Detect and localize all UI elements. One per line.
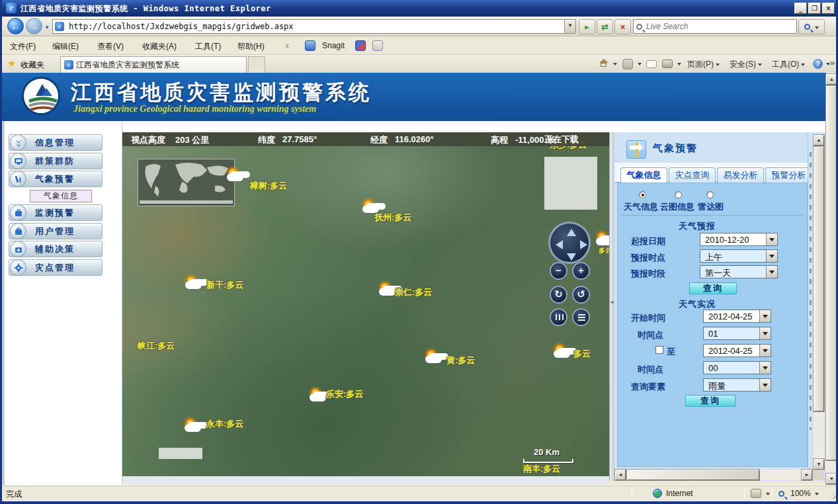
tab-current[interactable]: e 江西省地质灾害监测预警系统 [60, 56, 247, 73]
back-button[interactable]: ← [7, 18, 24, 34]
stop-button[interactable]: × [614, 19, 631, 34]
combo-arrow-icon[interactable] [759, 345, 771, 357]
sidebar-subitem-weather-info[interactable]: 气象信息 [30, 190, 92, 202]
forecast-date-select[interactable]: 2010-12-20 [700, 233, 778, 246]
sun-cloud-icon[interactable] [185, 419, 204, 434]
weather-station-label[interactable]: 乐安:多云 [326, 388, 363, 400]
pan-left-icon[interactable] [556, 240, 563, 249]
address-bar[interactable]: e ▼ [52, 19, 576, 34]
tab-weather-info[interactable]: 气象信息 [620, 167, 667, 183]
restore-button[interactable]: ❐ [808, 3, 821, 14]
sun-cloud-icon[interactable] [185, 276, 205, 291]
zoom-in-button[interactable]: + [572, 262, 590, 280]
rotate-ccw-button[interactable]: ↺ [572, 286, 590, 304]
snagit-label[interactable]: Snagit [319, 40, 347, 52]
address-input[interactable] [66, 22, 564, 31]
pan-up-icon[interactable] [567, 229, 576, 236]
sun-cloud-icon[interactable] [425, 351, 445, 365]
menu-tools[interactable]: 工具(T) [192, 40, 224, 54]
refresh-button[interactable]: ⇄ [597, 19, 613, 34]
tilt-down-button[interactable] [572, 308, 590, 326]
panel-splitter[interactable]: ◂ [609, 132, 614, 481]
tools-menu-button[interactable]: 工具(O) [772, 59, 805, 70]
map-pan-control[interactable] [548, 222, 591, 264]
menu-favorites[interactable]: 收藏夹(A) [140, 40, 179, 54]
panel-scroll-up-button[interactable]: ▲ [814, 135, 824, 146]
radio-weather-info[interactable] [639, 191, 646, 198]
snagit-editor-icon[interactable] [372, 40, 383, 51]
search-options-icon[interactable] [815, 26, 819, 29]
protected-mode-dropdown-icon[interactable] [766, 493, 770, 495]
panel-hscroll-thumb[interactable] [627, 470, 759, 480]
search-input[interactable] [645, 21, 796, 32]
protected-mode-icon[interactable] [751, 489, 761, 498]
live-end-select[interactable]: 2012-04-25 [703, 344, 771, 357]
main-vscroll-thumb[interactable] [826, 86, 837, 460]
radio-label-radar[interactable]: 雷达图 [698, 201, 724, 213]
weather-station-label[interactable]: 永丰:多云 [206, 418, 243, 430]
safety-menu-button[interactable]: 安全(S) [730, 59, 762, 70]
live-element-select[interactable]: 雨量 [703, 378, 771, 392]
sun-cloud-icon[interactable] [554, 345, 573, 360]
search-go-button[interactable] [798, 19, 825, 34]
panel-scroll-right-button[interactable]: ► [802, 470, 812, 480]
tab-warning-analysis[interactable]: 预警分析 [765, 167, 812, 183]
weather-station-label[interactable]: 峡江:多云 [138, 340, 175, 352]
history-dropdown-icon[interactable]: ▼ [44, 24, 50, 30]
print-dropdown-icon[interactable] [677, 63, 681, 65]
to-checkbox[interactable] [655, 346, 663, 354]
search-box[interactable] [633, 19, 797, 34]
sidebar-item-info-mgmt[interactable]: 信息管理 [9, 134, 103, 151]
chevron-more-icon[interactable]: » [830, 58, 835, 67]
close-button[interactable]: × [822, 3, 835, 14]
menu-edit[interactable]: 编辑(E) [50, 40, 81, 54]
forecast-period-select[interactable]: 第一天 [700, 265, 778, 278]
panel-scroll-down-button[interactable]: ▼ [814, 459, 824, 470]
menu-file[interactable]: 文件(F) [7, 40, 38, 54]
main-scroll-up-button[interactable]: ▲ [826, 74, 837, 85]
sidebar-item-monitor-warning[interactable]: 监测预警 [9, 204, 103, 221]
sidebar-item-weather-warning[interactable]: 气象预警 [9, 171, 103, 187]
tab-new-stub[interactable] [248, 56, 265, 73]
help-button[interactable]: ? [813, 59, 823, 69]
home-dropdown-icon[interactable] [613, 63, 617, 65]
weather-station-label[interactable]: 多云 [599, 246, 609, 255]
weather-station-label[interactable]: 多云 [573, 348, 591, 360]
combo-arrow-icon[interactable] [759, 327, 771, 339]
tab-hazard-query[interactable]: 灾点查询 [669, 167, 716, 183]
live-hour2-select[interactable]: 00 [703, 361, 771, 374]
forecast-query-button[interactable]: 查询 [689, 282, 737, 294]
rss-dropdown-icon[interactable] [638, 63, 642, 65]
minimize-button[interactable]: _ [794, 3, 807, 14]
page-menu-button[interactable]: 页面(P) [687, 59, 720, 70]
weather-station-label[interactable]: 南丰:多云 [523, 463, 560, 475]
sidebar-item-hazard-mgmt[interactable]: 灾点管理 [9, 259, 103, 276]
home-button[interactable] [601, 63, 607, 67]
printer-icon[interactable] [662, 60, 673, 68]
rotate-cw-button[interactable]: ↻ [550, 286, 567, 304]
menu-help[interactable]: 帮助(H) [235, 40, 267, 54]
radio-label-cloud[interactable]: 云图信息 [660, 201, 694, 213]
live-hour-select[interactable]: 01 [703, 327, 771, 340]
weather-station-label[interactable]: 崇仁:多云 [395, 286, 432, 298]
radio-radar-image[interactable] [706, 191, 714, 198]
weather-station-label[interactable]: 黄:多云 [446, 355, 475, 366]
radio-cloud-image[interactable] [675, 191, 682, 198]
weather-station-label[interactable]: 新干:多云 [206, 279, 243, 291]
radio-label-weather[interactable]: 天气信息 [624, 201, 658, 213]
live-query-button[interactable]: 查询 [685, 395, 735, 407]
weather-station-label[interactable]: 樟树:多云 [250, 180, 287, 192]
combo-arrow-icon[interactable] [766, 233, 777, 245]
zoom-out-button[interactable]: − [550, 262, 567, 280]
pan-down-icon[interactable] [567, 253, 576, 261]
favorites-button[interactable]: 收藏夹 [21, 60, 44, 71]
sidebar-item-mass-prevention[interactable]: 群策群防 [9, 153, 103, 169]
map-viewport[interactable]: 樟树:多云 抚州:多云 东乡:多云 新干:多云 崇仁:多云 峡江:多云 黄:多云… [122, 132, 609, 476]
panel-scroll-left-button[interactable]: ◄ [615, 470, 626, 480]
sun-cloud-icon[interactable] [596, 233, 609, 247]
sidebar-item-decision-support[interactable]: 辅助决策 [9, 241, 103, 257]
tilt-up-button[interactable] [550, 308, 567, 326]
combo-arrow-icon[interactable] [766, 250, 777, 262]
rss-icon[interactable] [622, 59, 633, 69]
resize-grip[interactable] [829, 489, 838, 499]
